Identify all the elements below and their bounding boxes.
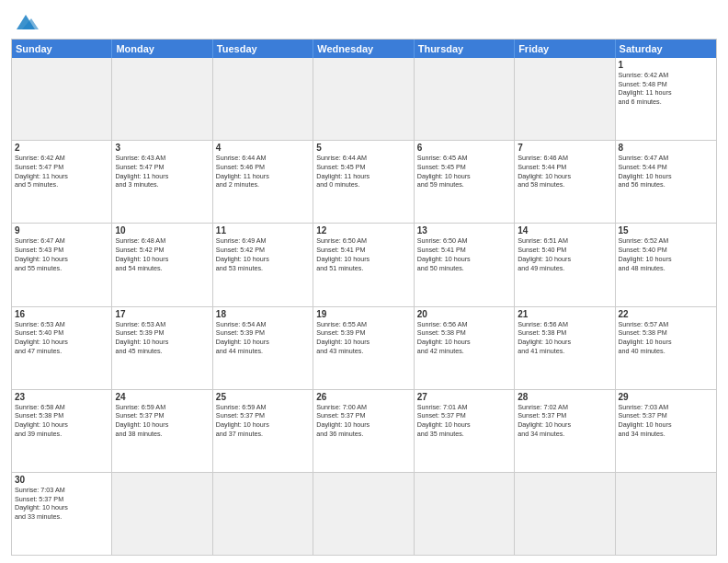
day-cell: 18Sunrise: 6:54 AM Sunset: 5:39 PM Dayli… <box>213 307 313 389</box>
day-cell: 17Sunrise: 6:53 AM Sunset: 5:39 PM Dayli… <box>112 307 212 389</box>
day-number: 24 <box>115 392 209 402</box>
empty-cell <box>112 473 212 555</box>
weekday-header: Sunday <box>12 40 112 58</box>
empty-cell <box>313 473 414 555</box>
day-number: 4 <box>216 143 310 153</box>
day-cell: 12Sunrise: 6:50 AM Sunset: 5:41 PM Dayli… <box>313 224 414 305</box>
day-cell: 30Sunrise: 7:03 AM Sunset: 5:37 PM Dayli… <box>12 473 112 555</box>
day-content: Sunrise: 6:56 AM Sunset: 5:38 PM Dayligh… <box>518 320 611 356</box>
day-number: 18 <box>216 309 310 319</box>
day-content: Sunrise: 6:59 AM Sunset: 5:37 PM Dayligh… <box>115 403 209 439</box>
day-number: 17 <box>115 309 209 319</box>
empty-cell <box>213 58 313 140</box>
day-number: 1 <box>619 60 713 70</box>
weekday-header: Tuesday <box>213 40 313 58</box>
weekday-header: Thursday <box>415 40 515 58</box>
empty-cell <box>415 473 515 555</box>
day-cell: 26Sunrise: 7:00 AM Sunset: 5:37 PM Dayli… <box>313 390 414 472</box>
calendar: SundayMondayTuesdayWednesdayThursdayFrid… <box>11 39 717 556</box>
empty-cell <box>515 58 615 140</box>
day-cell: 24Sunrise: 6:59 AM Sunset: 5:37 PM Dayli… <box>112 390 212 472</box>
empty-cell <box>415 58 515 140</box>
day-number: 27 <box>417 392 511 402</box>
day-number: 2 <box>15 143 108 153</box>
day-content: Sunrise: 6:50 AM Sunset: 5:41 PM Dayligh… <box>316 236 410 272</box>
day-cell: 23Sunrise: 6:58 AM Sunset: 5:38 PM Dayli… <box>12 390 112 472</box>
day-number: 16 <box>15 309 108 319</box>
day-content: Sunrise: 6:50 AM Sunset: 5:41 PM Dayligh… <box>417 236 511 272</box>
logo <box>11 13 39 33</box>
empty-cell <box>112 58 212 140</box>
day-number: 13 <box>417 225 511 236</box>
day-content: Sunrise: 6:54 AM Sunset: 5:39 PM Dayligh… <box>216 320 310 356</box>
logo-area <box>11 9 39 33</box>
day-number: 14 <box>518 225 611 236</box>
day-content: Sunrise: 6:48 AM Sunset: 5:42 PM Dayligh… <box>115 236 209 272</box>
day-number: 28 <box>518 392 611 402</box>
day-number: 8 <box>619 143 713 153</box>
calendar-row: 2Sunrise: 6:42 AM Sunset: 5:47 PM Daylig… <box>12 141 716 224</box>
day-content: Sunrise: 6:59 AM Sunset: 5:37 PM Dayligh… <box>216 403 310 439</box>
logo-icon <box>13 13 39 33</box>
page: SundayMondayTuesdayWednesdayThursdayFrid… <box>0 0 728 563</box>
day-number: 9 <box>15 225 108 236</box>
weekday-header: Saturday <box>616 40 716 58</box>
day-content: Sunrise: 6:49 AM Sunset: 5:42 PM Dayligh… <box>216 236 310 272</box>
day-number: 26 <box>316 392 410 402</box>
day-content: Sunrise: 6:47 AM Sunset: 5:43 PM Dayligh… <box>15 236 108 272</box>
day-content: Sunrise: 6:44 AM Sunset: 5:46 PM Dayligh… <box>216 154 310 190</box>
day-content: Sunrise: 6:46 AM Sunset: 5:44 PM Dayligh… <box>518 154 611 190</box>
day-cell: 13Sunrise: 6:50 AM Sunset: 5:41 PM Dayli… <box>415 224 515 305</box>
day-cell: 3Sunrise: 6:43 AM Sunset: 5:47 PM Daylig… <box>112 141 212 223</box>
day-content: Sunrise: 7:03 AM Sunset: 5:37 PM Dayligh… <box>619 403 713 439</box>
day-cell: 10Sunrise: 6:48 AM Sunset: 5:42 PM Dayli… <box>112 224 212 305</box>
day-cell: 16Sunrise: 6:53 AM Sunset: 5:40 PM Dayli… <box>12 307 112 389</box>
day-number: 21 <box>518 309 611 319</box>
day-content: Sunrise: 7:01 AM Sunset: 5:37 PM Dayligh… <box>417 403 511 439</box>
day-content: Sunrise: 7:02 AM Sunset: 5:37 PM Dayligh… <box>518 403 611 439</box>
day-cell: 21Sunrise: 6:56 AM Sunset: 5:38 PM Dayli… <box>515 307 615 389</box>
day-content: Sunrise: 7:03 AM Sunset: 5:37 PM Dayligh… <box>15 486 108 522</box>
day-cell: 25Sunrise: 6:59 AM Sunset: 5:37 PM Dayli… <box>213 390 313 472</box>
calendar-header: SundayMondayTuesdayWednesdayThursdayFrid… <box>12 40 716 58</box>
day-number: 30 <box>15 475 108 485</box>
day-number: 3 <box>115 143 209 153</box>
day-cell: 4Sunrise: 6:44 AM Sunset: 5:46 PM Daylig… <box>213 141 313 223</box>
day-number: 11 <box>216 225 310 236</box>
empty-cell <box>313 58 414 140</box>
day-cell: 1Sunrise: 6:42 AM Sunset: 5:48 PM Daylig… <box>616 58 716 140</box>
day-number: 12 <box>316 225 410 236</box>
weekday-header: Wednesday <box>313 40 414 58</box>
header <box>11 9 717 33</box>
day-content: Sunrise: 6:47 AM Sunset: 5:44 PM Dayligh… <box>619 154 713 190</box>
day-cell: 2Sunrise: 6:42 AM Sunset: 5:47 PM Daylig… <box>12 141 112 223</box>
day-cell: 28Sunrise: 7:02 AM Sunset: 5:37 PM Dayli… <box>515 390 615 472</box>
calendar-row: 9Sunrise: 6:47 AM Sunset: 5:43 PM Daylig… <box>12 224 716 306</box>
day-number: 6 <box>417 143 511 153</box>
day-content: Sunrise: 6:44 AM Sunset: 5:45 PM Dayligh… <box>316 154 410 190</box>
day-number: 15 <box>619 225 713 236</box>
day-cell: 8Sunrise: 6:47 AM Sunset: 5:44 PM Daylig… <box>616 141 716 223</box>
calendar-row: 1Sunrise: 6:42 AM Sunset: 5:48 PM Daylig… <box>12 58 716 141</box>
weekday-header: Monday <box>112 40 212 58</box>
day-content: Sunrise: 6:55 AM Sunset: 5:39 PM Dayligh… <box>316 320 410 356</box>
empty-cell <box>616 473 716 555</box>
calendar-row: 23Sunrise: 6:58 AM Sunset: 5:38 PM Dayli… <box>12 390 716 473</box>
day-number: 25 <box>216 392 310 402</box>
day-cell: 7Sunrise: 6:46 AM Sunset: 5:44 PM Daylig… <box>515 141 615 223</box>
day-content: Sunrise: 6:45 AM Sunset: 5:45 PM Dayligh… <box>417 154 511 190</box>
day-cell: 6Sunrise: 6:45 AM Sunset: 5:45 PM Daylig… <box>415 141 515 223</box>
day-cell: 15Sunrise: 6:52 AM Sunset: 5:40 PM Dayli… <box>616 224 716 305</box>
day-content: Sunrise: 6:42 AM Sunset: 5:48 PM Dayligh… <box>619 71 713 107</box>
day-cell: 27Sunrise: 7:01 AM Sunset: 5:37 PM Dayli… <box>415 390 515 472</box>
day-content: Sunrise: 6:52 AM Sunset: 5:40 PM Dayligh… <box>619 236 713 272</box>
empty-cell <box>213 473 313 555</box>
day-content: Sunrise: 6:53 AM Sunset: 5:40 PM Dayligh… <box>15 320 108 356</box>
empty-cell <box>515 473 615 555</box>
day-cell: 11Sunrise: 6:49 AM Sunset: 5:42 PM Dayli… <box>213 224 313 305</box>
day-cell: 5Sunrise: 6:44 AM Sunset: 5:45 PM Daylig… <box>313 141 414 223</box>
day-number: 22 <box>619 309 713 319</box>
day-content: Sunrise: 6:58 AM Sunset: 5:38 PM Dayligh… <box>15 403 108 439</box>
day-content: Sunrise: 6:51 AM Sunset: 5:40 PM Dayligh… <box>518 236 611 272</box>
day-content: Sunrise: 6:43 AM Sunset: 5:47 PM Dayligh… <box>115 154 209 190</box>
